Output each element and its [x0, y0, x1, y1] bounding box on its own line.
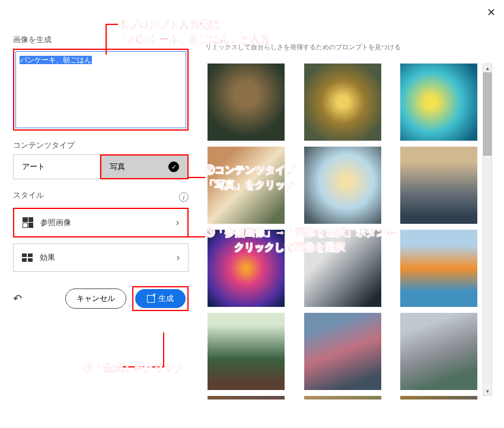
- gallery-thumb[interactable]: [400, 147, 477, 224]
- gallery-thumb[interactable]: [304, 230, 381, 307]
- gallery-thumb[interactable]: [208, 313, 285, 390]
- undo-icon[interactable]: ↶: [13, 292, 22, 305]
- effects-icon: [22, 253, 33, 262]
- gallery: [205, 61, 493, 400]
- annotation-line: [114, 366, 164, 367]
- prompt-highlight: パンケーキ、朝ごはん: [13, 49, 189, 131]
- gallery-thumb[interactable]: [304, 147, 381, 224]
- reference-image-button[interactable]: 参照画像 ›: [13, 208, 189, 237]
- generate-button[interactable]: 生成: [135, 289, 186, 308]
- left-panel: 画像を生成 パンケーキ、朝ごはん コンテンツタイプ アート 写真 ✓ スタイル …: [0, 0, 202, 428]
- scroll-down-icon[interactable]: ▾: [483, 387, 492, 395]
- scrollbar[interactable]: ▴ ▾: [483, 64, 492, 396]
- generate-highlight: 生成: [132, 286, 189, 311]
- gallery-wrap: ▴ ▾: [205, 61, 493, 400]
- gallery-thumb[interactable]: [208, 396, 285, 400]
- cancel-button[interactable]: キャンセル: [65, 288, 126, 309]
- generate-dialog: ✕ 画像を生成 パンケーキ、朝ごはん コンテンツタイプ アート 写真 ✓ スタイ…: [0, 0, 504, 428]
- style-label: スタイル: [13, 190, 44, 201]
- effects-button[interactable]: 効果 ›: [13, 243, 189, 272]
- gallery-thumb[interactable]: [400, 230, 477, 307]
- gallery-thumb[interactable]: [208, 230, 285, 307]
- effects-label: 効果: [40, 252, 55, 263]
- right-panel: リミックスして自分らしさを発揮するためのプロンプトを見つける: [202, 0, 504, 428]
- prompt-input[interactable]: パンケーキ、朝ごはん: [15, 51, 186, 128]
- gallery-thumb[interactable]: [304, 64, 381, 141]
- content-type-row: アート 写真 ✓: [13, 154, 189, 179]
- content-type-label: コンテンツタイプ: [13, 140, 189, 151]
- content-type-art[interactable]: アート: [13, 154, 100, 179]
- check-icon: ✓: [168, 161, 179, 172]
- generate-icon: [147, 295, 155, 303]
- style-header: スタイル i: [13, 190, 189, 204]
- chevron-right-icon: ›: [176, 217, 179, 228]
- chevron-right-icon: ›: [177, 252, 180, 263]
- gallery-thumb[interactable]: [304, 313, 381, 390]
- scroll-thumb[interactable]: [483, 72, 492, 156]
- reference-image-label: 参照画像: [40, 217, 71, 228]
- annotation-line: [163, 332, 164, 367]
- scroll-up-icon[interactable]: ▴: [483, 64, 492, 72]
- prompt-text: パンケーキ、朝ごはん: [20, 56, 92, 64]
- gallery-thumb[interactable]: [400, 64, 477, 141]
- info-icon[interactable]: i: [179, 192, 189, 202]
- gallery-subtitle: リミックスして自分らしさを発揮するためのプロンプトを見つける: [205, 43, 493, 52]
- gallery-thumb[interactable]: [304, 396, 381, 400]
- gallery-thumb[interactable]: [400, 396, 477, 400]
- gallery-thumb[interactable]: [208, 147, 285, 224]
- action-row: ↶ キャンセル 生成: [13, 286, 189, 311]
- content-type-photo[interactable]: 写真 ✓: [100, 154, 189, 179]
- gallery-thumb[interactable]: [400, 313, 477, 390]
- generate-title: 画像を生成: [13, 34, 189, 45]
- close-icon[interactable]: ✕: [487, 6, 496, 19]
- gallery-thumb[interactable]: [208, 64, 285, 141]
- reference-icon: [23, 217, 33, 228]
